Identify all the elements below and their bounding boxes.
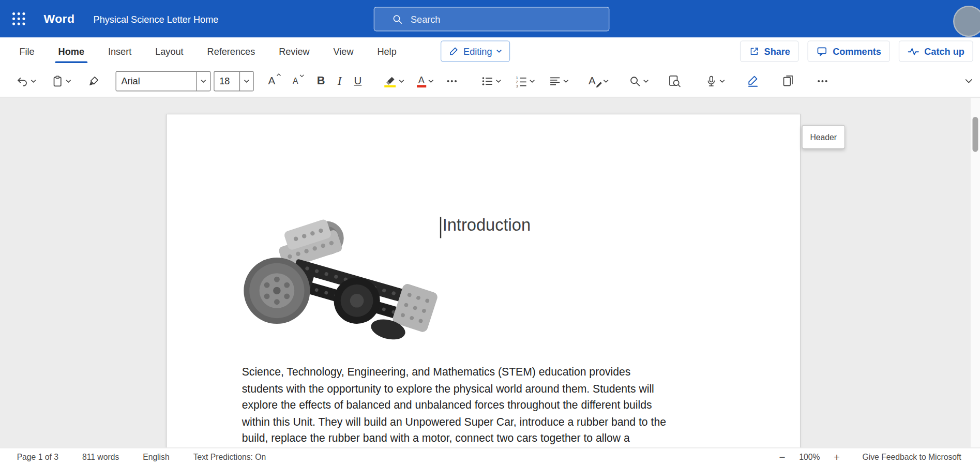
tab-review[interactable]: Review [267, 38, 321, 65]
highlight-icon [383, 74, 397, 87]
toolbar-overflow-button[interactable] [815, 72, 830, 90]
body-line[interactable]: students with the opportunity to explore… [242, 381, 742, 397]
translate-button[interactable] [780, 72, 796, 90]
tab-help[interactable]: Help [365, 38, 408, 65]
app-launcher-button[interactable] [4, 4, 34, 34]
language-status[interactable]: English [143, 453, 170, 462]
immersive-reader-button[interactable] [666, 72, 683, 90]
chevron-down-icon [66, 79, 71, 83]
font-color-icon: A [417, 74, 426, 87]
ribbon-tab-bar: File Home Insert Layout References Revie… [0, 38, 980, 65]
chevron-down-icon [965, 79, 973, 84]
search-box[interactable] [374, 7, 610, 31]
editor-button[interactable] [744, 72, 761, 90]
undo-button[interactable] [14, 72, 38, 90]
font-name-select[interactable]: Arial [116, 71, 211, 91]
text-predictions-status[interactable]: Text Predictions: On [193, 453, 266, 462]
find-button[interactable] [627, 72, 651, 90]
chevron-down-icon [529, 79, 535, 83]
chevron-down-icon [603, 79, 609, 83]
chevron-down-icon [244, 79, 249, 83]
document-canvas: Introduction Science, Technology, Engine… [0, 98, 980, 448]
tab-view[interactable]: View [322, 38, 366, 65]
tab-references[interactable]: References [195, 38, 267, 65]
zoom-out-button[interactable]: − [777, 452, 788, 463]
chevron-down-icon [428, 79, 433, 83]
paste-button[interactable] [49, 72, 73, 90]
chevron-down-icon [299, 74, 305, 78]
zoom-level: 100% [799, 453, 820, 462]
underline-glyph: U [354, 74, 361, 87]
heading-text: Introduction [443, 216, 531, 235]
font-overflow-button[interactable] [444, 72, 459, 90]
document-body-paragraph[interactable]: Science, Technology, Engineering, and Ma… [242, 364, 742, 447]
body-line[interactable]: explore the effects of balanced and unba… [242, 397, 742, 414]
status-bar: Page 1 of 3 811 words English Text Predi… [0, 447, 980, 465]
robot-car-image[interactable] [243, 213, 438, 358]
page-magnifier-icon [668, 74, 682, 87]
chevron-down-icon [563, 79, 568, 83]
header-button[interactable]: Header [802, 125, 845, 149]
ribbon-toolbar: Arial 18 A A B I U [0, 65, 980, 98]
app-name[interactable]: Word [44, 12, 75, 26]
font-name-value: Arial [116, 76, 197, 86]
avatar[interactable] [953, 6, 980, 37]
tab-insert[interactable]: Insert [96, 38, 143, 65]
align-text-icon [549, 74, 561, 87]
vertical-scrollbar[interactable] [970, 98, 980, 448]
styles-button[interactable]: A [586, 72, 610, 90]
comments-button[interactable]: Comments [808, 41, 890, 62]
comments-icon [817, 46, 828, 57]
chevron-up-icon [277, 73, 282, 76]
feedback-link[interactable]: Give Feedback to Microsoft [863, 453, 961, 462]
share-icon [748, 46, 759, 57]
chevron-down-icon [495, 79, 501, 83]
editing-mode-button[interactable]: Editing [441, 41, 510, 62]
microphone-icon [705, 74, 717, 87]
body-line[interactable]: Science, Technology, Engineering, and Ma… [242, 364, 742, 380]
shrink-font-button[interactable]: A [291, 74, 305, 88]
font-size-select[interactable]: 18 [214, 71, 253, 91]
styles-icon: A [589, 74, 601, 87]
ribbon-tabs: File Home Insert Layout References Revie… [8, 38, 409, 65]
bold-button[interactable]: B [315, 72, 327, 90]
ellipsis-icon [446, 74, 457, 87]
format-painter-icon [87, 74, 100, 87]
tab-home[interactable]: Home [47, 38, 96, 65]
word-count[interactable]: 811 words [82, 453, 119, 462]
ribbon-collapse-button[interactable] [962, 74, 975, 88]
bulleted-list-icon [481, 74, 493, 87]
catchup-button[interactable]: Catch up [899, 41, 973, 62]
underline-button[interactable]: U [352, 72, 364, 90]
numbered-list-icon: 123 [515, 74, 527, 87]
font-size-value: 18 [215, 76, 239, 86]
font-color-button[interactable]: A [415, 72, 435, 90]
italic-button[interactable]: I [336, 71, 343, 90]
document-title[interactable]: Physical Science Letter Home [94, 13, 219, 24]
top-app-bar: Word Physical Science Letter Home [0, 0, 980, 38]
body-line[interactable]: within this Unit. They will build an Unp… [242, 414, 742, 430]
document-page[interactable]: Introduction Science, Technology, Engine… [166, 114, 801, 447]
numbering-button[interactable]: 123 [513, 72, 537, 90]
share-button[interactable]: Share [740, 41, 798, 62]
alignment-button[interactable] [547, 72, 570, 90]
robot-car-illustration [243, 213, 438, 358]
scrollbar-thumb[interactable] [972, 117, 978, 152]
highlight-color-button[interactable] [381, 72, 406, 90]
page-indicator[interactable]: Page 1 of 3 [17, 453, 58, 462]
zoom-in-button[interactable]: + [831, 452, 842, 463]
dictate-button[interactable] [703, 72, 727, 90]
magnifier-icon [629, 74, 641, 87]
document-heading[interactable]: Introduction [440, 216, 531, 238]
format-painter-button[interactable] [86, 72, 102, 90]
chevron-down-icon [719, 79, 725, 83]
grow-font-button[interactable]: A [266, 72, 282, 90]
tab-file[interactable]: File [8, 38, 47, 65]
undo-icon [16, 74, 28, 87]
search-input[interactable] [410, 13, 609, 25]
body-line[interactable]: build, replace the rubber band with a mo… [242, 430, 742, 447]
ellipsis-icon [817, 74, 828, 87]
bullets-button[interactable] [479, 72, 503, 90]
share-label: Share [764, 46, 790, 57]
tab-layout[interactable]: Layout [143, 38, 195, 65]
